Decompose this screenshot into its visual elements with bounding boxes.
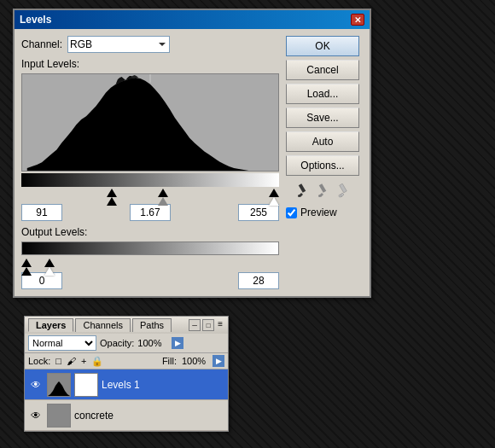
white-eyedropper-icon[interactable] (336, 183, 353, 200)
histogram-area (21, 73, 279, 172)
cancel-button[interactable]: Cancel (286, 60, 359, 80)
svg-rect-12 (75, 374, 97, 396)
maximize-button[interactable]: □ (202, 319, 214, 331)
save-button[interactable]: Save... (286, 108, 359, 128)
lock-transparency-icon[interactable]: □ (55, 356, 61, 366)
lock-all-icon[interactable]: 🔒 (91, 356, 103, 367)
lock-position-icon[interactable]: + (81, 356, 86, 366)
fill-value: 100% (182, 356, 207, 366)
input-levels-label: Input Levels: (21, 58, 279, 70)
preview-row: Preview (286, 207, 363, 218)
tab-layers[interactable]: Layers (28, 318, 73, 332)
svg-rect-8 (340, 183, 346, 193)
svg-point-4 (298, 195, 300, 197)
output-gradient-bar (21, 241, 279, 255)
channel-select[interactable]: RGB Red Green Blue (67, 36, 170, 53)
preview-label: Preview (300, 207, 337, 218)
fill-arrow[interactable]: ▶ (213, 355, 224, 367)
panel-controls: ─ □ ≡ (189, 319, 224, 331)
lock-label: Lock: (28, 356, 50, 366)
fill-label: Fill: (162, 356, 177, 366)
output-levels-label: Output Levels: (21, 226, 279, 238)
levels-dialog: Levels ✕ Channel: RGB Red Green Blue Inp… (13, 9, 371, 298)
histogram-svg (22, 74, 278, 171)
svg-point-7 (318, 195, 321, 197)
black-eyedropper-icon[interactable] (295, 183, 312, 200)
input-values-row: 91 1.67 255 (21, 204, 279, 221)
layer-name-concrete: concrete (74, 410, 224, 422)
eyedroppers-group (286, 183, 363, 200)
mode-opacity-row: Normal Multiply Screen Opacity: 100% ▶ (25, 334, 228, 353)
layer-visibility-concrete[interactable]: 👁 (28, 408, 44, 423)
lock-fill-row: Lock: □ 🖌 + 🔒 Fill: 100% ▶ (25, 353, 228, 369)
layer-thumb-levels1 (47, 373, 71, 397)
dialog-titlebar: Levels ✕ (15, 10, 370, 29)
lock-paint-icon[interactable]: 🖌 (67, 356, 76, 366)
layer-row-concrete[interactable]: 👁 concrete (25, 400, 228, 431)
opacity-arrow[interactable]: ▶ (172, 337, 183, 349)
gray-eyedropper-icon[interactable] (316, 183, 333, 200)
ok-button[interactable]: OK (286, 36, 359, 56)
opacity-value: 100% (137, 338, 168, 348)
dialog-title: Levels (20, 14, 51, 26)
layer-row-levels1[interactable]: 👁 Levels 1 (25, 369, 228, 400)
layer-thumb-concrete (47, 404, 71, 428)
panel-tabs: Layers Channels Paths (28, 318, 173, 332)
load-button[interactable]: Load... (286, 84, 359, 104)
input-gamma-value[interactable]: 1.67 (130, 204, 171, 221)
tab-paths[interactable]: Paths (132, 318, 172, 332)
panel-menu-button[interactable]: ≡ (216, 319, 224, 331)
input-black-value[interactable]: 91 (21, 204, 62, 221)
svg-rect-5 (319, 183, 326, 193)
channel-row: Channel: RGB Red Green Blue (21, 36, 279, 53)
channel-label: Channel: (21, 38, 62, 50)
opacity-label: Opacity: (100, 338, 134, 348)
output-values-row: 0 28 (21, 272, 279, 289)
options-button[interactable]: Options... (286, 155, 359, 176)
input-white-value[interactable]: 255 (238, 204, 279, 221)
dialog-left-panel: Channel: RGB Red Green Blue Input Levels… (21, 36, 279, 289)
layer-visibility-levels1[interactable]: 👁 (28, 377, 44, 393)
layer-name-levels1: Levels 1 (102, 379, 224, 391)
svg-rect-2 (299, 183, 306, 193)
input-slider-track (21, 187, 279, 201)
blend-mode-select[interactable]: Normal Multiply Screen (28, 335, 96, 351)
minimize-button[interactable]: ─ (189, 319, 201, 331)
output-slider-track (21, 257, 279, 271)
svg-point-10 (339, 195, 341, 197)
dialog-body: Channel: RGB Red Green Blue Input Levels… (15, 29, 370, 296)
dialog-right-panel: OK Cancel Load... Save... Auto Options..… (286, 36, 363, 289)
close-button[interactable]: ✕ (351, 14, 364, 26)
panel-titlebar: Layers Channels Paths ─ □ ≡ (25, 317, 228, 334)
tab-channels[interactable]: Channels (75, 318, 130, 332)
auto-button[interactable]: Auto (286, 131, 359, 152)
output-white-value[interactable]: 28 (238, 272, 279, 289)
input-gradient-bar (21, 173, 279, 187)
layers-panel: Layers Channels Paths ─ □ ≡ Normal Multi… (24, 316, 229, 432)
svg-rect-13 (48, 404, 70, 427)
preview-checkbox[interactable] (286, 207, 297, 218)
layer-mask-levels1 (74, 373, 98, 397)
